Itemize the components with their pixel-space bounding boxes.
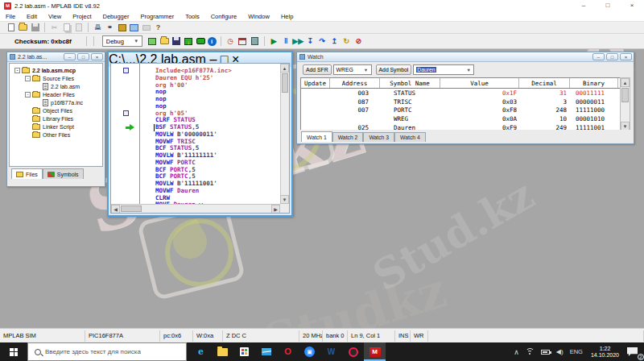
step-over-icon[interactable]: ↷ <box>317 36 328 47</box>
code-area[interactable]: Include<p16F877A.inc>Dauren EQU h'25'org… <box>141 64 280 204</box>
tree-item-linker-script[interactable]: Linker Script <box>10 122 102 131</box>
watch-vertical-scrollbar[interactable]: ▲ ▼ <box>620 77 630 131</box>
symbol-select[interactable]: Dauren▼ <box>413 64 474 75</box>
watch-row-status[interactable]: 003STATUS0x1F3100011111 <box>301 89 621 98</box>
tab-symbols[interactable]: Symbols <box>43 168 84 179</box>
open-file-icon[interactable] <box>18 23 28 33</box>
taskbar-app-mail[interactable] <box>255 342 277 361</box>
tree-item-library-files[interactable]: Library Files <box>10 114 102 122</box>
watch-col-update[interactable]: Update <box>301 78 330 88</box>
sfr-select[interactable]: WREG▼ <box>333 64 372 75</box>
editor-gutter[interactable] <box>111 64 140 204</box>
line-marker-square[interactable] <box>123 68 129 73</box>
cut-icon[interactable]: ✂ <box>49 23 60 33</box>
watch-row-wreg[interactable]: WREG0x0A1000001010 <box>301 114 621 123</box>
save-workspace-icon[interactable] <box>171 36 182 47</box>
taskbar-app-word[interactable]: W <box>320 342 342 361</box>
add-symbol-button[interactable]: Add Symbol <box>376 64 412 75</box>
tree-expander-icon[interactable]: - <box>25 92 31 98</box>
taskbar-app-opera-gx[interactable] <box>342 342 364 361</box>
run-icon[interactable]: ▶ <box>269 36 279 47</box>
watch-col-binary[interactable]: Binary <box>570 78 618 88</box>
checksum-window-icon[interactable] <box>237 36 248 47</box>
find-icon[interactable]: ⚭ <box>105 23 115 33</box>
help-icon[interactable]: ? <box>153 23 163 33</box>
menu-debugger[interactable]: Debugger <box>97 11 135 22</box>
print-icon[interactable]: 🖶 <box>93 23 103 33</box>
taskbar-app-store[interactable] <box>233 342 255 361</box>
editor-resize-grip[interactable] <box>280 204 289 213</box>
tree-item-source-files[interactable]: -Source Files <box>10 74 102 82</box>
menu-help[interactable]: Help <box>275 11 299 22</box>
notification-icon[interactable]: 2 <box>624 342 644 361</box>
start-button[interactable] <box>0 342 27 361</box>
watch-close-button[interactable]: × <box>620 53 632 60</box>
minimize-button[interactable]: – <box>572 0 596 11</box>
menu-file[interactable]: File <box>0 11 21 22</box>
link-icon[interactable] <box>141 23 151 33</box>
new-project-icon[interactable] <box>147 36 158 47</box>
read-device-icon[interactable] <box>196 36 206 47</box>
project-minimize-button[interactable]: – <box>64 53 76 60</box>
close-button[interactable]: × <box>620 0 644 11</box>
taskbar-app-zoom[interactable]: ▣ <box>299 342 320 361</box>
add-sfr-button[interactable]: Add SFR <box>303 64 332 75</box>
save-file-icon[interactable] <box>30 23 40 33</box>
taskbar-app-edge[interactable]: e <box>190 342 212 361</box>
wifi-icon[interactable] <box>522 342 538 361</box>
project-info-icon[interactable]: i <box>208 37 217 46</box>
editor-vertical-scrollbar[interactable]: ▲ ▼ <box>280 64 289 204</box>
tree-item-2-2-lab-asm[interactable]: 2.2 lab.asm <box>10 82 102 90</box>
search-input[interactable] <box>45 348 166 355</box>
menu-tools[interactable]: Tools <box>180 11 205 22</box>
watch-col-symbol-name[interactable]: Symbol Name <box>380 78 440 88</box>
menu-configure[interactable]: Configure <box>205 11 243 22</box>
line-marker-square[interactable] <box>123 110 129 116</box>
tree-item-other-files[interactable]: Other Files <box>10 131 102 139</box>
copy-icon[interactable] <box>61 23 72 33</box>
build-all-icon[interactable]: ↓ <box>184 36 194 47</box>
restore-button[interactable]: □ <box>596 0 620 11</box>
tab-watch-4[interactable]: Watch 4 <box>394 132 426 142</box>
menu-window[interactable]: Window <box>242 11 275 22</box>
taskbar-app-opera[interactable]: O <box>277 342 299 361</box>
watch-col-value[interactable]: Value <box>440 78 519 88</box>
pause-icon[interactable]: ‖ <box>281 36 291 47</box>
editor-horizontal-scrollbar[interactable]: ◀ ▶ <box>111 204 280 213</box>
step-out-icon[interactable]: ↥ <box>329 36 340 47</box>
tab-watch-2[interactable]: Watch 2 <box>332 132 364 142</box>
watch-restore-button[interactable]: □ <box>606 53 618 60</box>
watch-minimize-button[interactable]: – <box>592 53 605 60</box>
project-restore-button[interactable]: □ <box>77 53 89 60</box>
tree-item-header-files[interactable]: -Header Files <box>10 90 102 98</box>
menu-edit[interactable]: Edit <box>21 11 43 22</box>
tab-files[interactable]: Files <box>11 168 43 179</box>
tray-chevron-icon[interactable]: ∧ <box>510 342 522 361</box>
new-file-icon[interactable] <box>6 23 16 33</box>
tree-item-p16f877a-inc[interactable]: p16f877a.inc <box>10 98 102 106</box>
open-project-icon[interactable] <box>159 36 170 47</box>
speaker-icon[interactable]: ◀) <box>553 342 567 361</box>
watch-col-address[interactable]: Address <box>330 78 380 88</box>
tree-expander-icon[interactable]: - <box>14 68 20 73</box>
mode-select[interactable]: Debug▼ <box>102 35 142 47</box>
menu-view[interactable]: View <box>43 11 67 22</box>
project-close-button[interactable]: × <box>91 53 103 60</box>
animate-icon[interactable]: ▶▶ <box>293 36 303 47</box>
battery-icon[interactable] <box>538 342 553 361</box>
memory-window-icon[interactable] <box>250 36 260 47</box>
stopwatch-icon[interactable]: ◷ <box>225 36 236 47</box>
tab-watch-3[interactable]: Watch 3 <box>363 132 394 142</box>
watch-row-portc[interactable]: 007PORTC0xF824811111000 <box>301 106 621 115</box>
menu-programmer[interactable]: Programmer <box>134 11 180 22</box>
watch-row-trisc[interactable]: 087TRISC0x03300000011 <box>301 98 621 106</box>
paste-icon[interactable] <box>73 23 84 33</box>
window-icon[interactable] <box>129 23 139 33</box>
watch-col-decimal[interactable]: Decimal <box>519 78 570 88</box>
tab-watch-1[interactable]: Watch 1 <box>301 131 332 142</box>
editor-body[interactable]: Include<p16F877A.inc>Dauren EQU h'25'org… <box>110 63 290 214</box>
menu-project[interactable]: Project <box>67 11 97 22</box>
step-into-icon[interactable]: ↧ <box>305 36 316 47</box>
taskbar-app-explorer[interactable] <box>212 342 233 361</box>
reset-icon[interactable]: ↻ <box>341 36 352 47</box>
